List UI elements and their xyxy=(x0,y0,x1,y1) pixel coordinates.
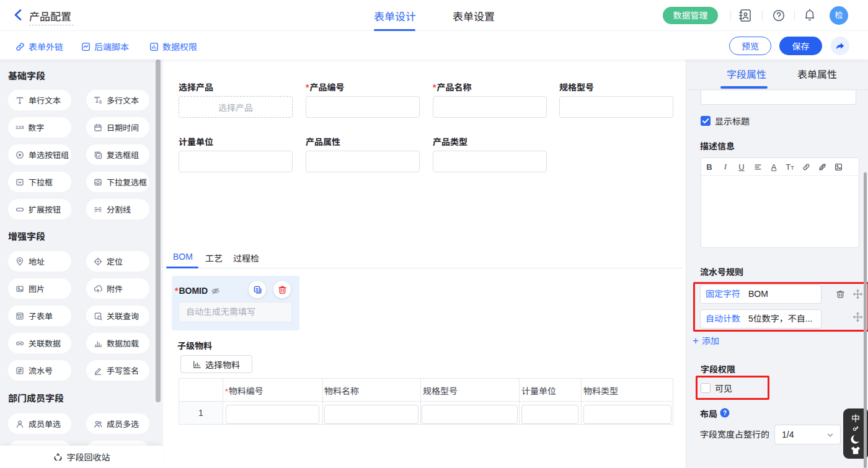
svg-text:?: ? xyxy=(723,410,727,417)
